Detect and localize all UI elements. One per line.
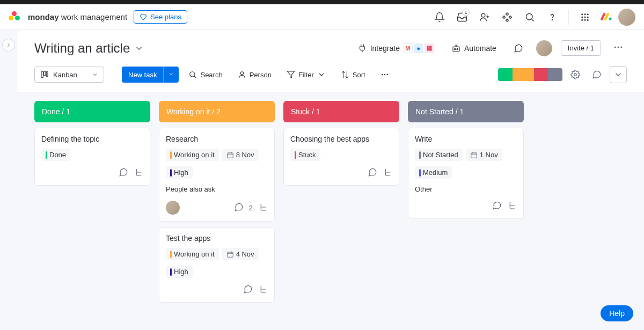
kanban-card[interactable]: WriteNot Started1 NovMediumOther (408, 128, 524, 219)
svg-point-5 (587, 13, 589, 15)
chevron-down-icon (317, 70, 326, 79)
date-chip[interactable]: 8 Nov (222, 149, 259, 161)
settings-icon[interactable] (567, 66, 584, 83)
person-icon (238, 70, 246, 79)
notifications-icon[interactable] (430, 8, 449, 27)
card-chat-icon[interactable] (492, 201, 502, 212)
svg-point-11 (587, 19, 589, 20)
subitems-icon[interactable] (383, 167, 392, 179)
svg-point-2 (552, 19, 552, 20)
board-member-avatar[interactable] (536, 40, 552, 56)
apps-icon[interactable] (497, 8, 517, 27)
board-chat-button[interactable] (509, 40, 528, 56)
svg-point-22 (190, 72, 195, 77)
new-task-button[interactable]: New task (122, 67, 179, 83)
svg-point-14 (455, 48, 456, 49)
help-button[interactable]: Help (601, 305, 633, 321)
board-menu-button[interactable] (610, 39, 627, 57)
chevron-down-icon (92, 71, 98, 78)
card-chat-icon[interactable] (368, 167, 377, 179)
help-icon[interactable] (543, 8, 562, 27)
svg-point-1 (526, 13, 532, 20)
inbox-icon[interactable]: 1 (452, 8, 472, 27)
svg-point-3 (581, 13, 583, 15)
svg-point-8 (587, 16, 589, 18)
diamond-icon (140, 13, 147, 21)
topbar: monday work management See plans 1 (0, 4, 644, 30)
app-switcher-icon[interactable] (575, 8, 595, 27)
more-actions-button[interactable] (375, 67, 394, 82)
sidebar-collapsed (0, 30, 17, 330)
date-chip[interactable]: 1 Nov (466, 149, 502, 161)
automate-button[interactable]: Automate (447, 40, 501, 56)
subitems-icon[interactable] (507, 201, 517, 212)
card-footer (166, 284, 268, 296)
svg-point-16 (614, 47, 616, 48)
status-chip[interactable]: Not Started (415, 149, 463, 161)
priority-chip[interactable]: High (166, 266, 193, 278)
user-avatar[interactable] (618, 9, 635, 26)
collapse-toolbar-button[interactable] (610, 66, 627, 83)
svg-point-0 (481, 13, 485, 17)
svg-point-9 (581, 19, 583, 20)
assignee-avatar[interactable] (166, 201, 180, 215)
date-chip[interactable]: 4 Nov (222, 248, 259, 260)
sort-button[interactable]: Sort (335, 67, 371, 82)
subitems-icon[interactable] (258, 284, 268, 296)
svg-point-24 (382, 74, 383, 75)
status-chip[interactable]: Working on it (166, 248, 219, 260)
kanban-card[interactable]: ResearchWorking on it8 NovHighPeople als… (159, 128, 275, 222)
search-button[interactable]: Search (183, 67, 228, 82)
priority-chip[interactable]: High (166, 166, 193, 179)
priority-chip[interactable]: Medium (415, 166, 452, 179)
kanban-card[interactable]: Test the appsWorking on it4 NovHigh (159, 227, 275, 303)
integration-app-icons: M ● ▦ (403, 43, 434, 53)
person-filter-button[interactable]: Person (232, 67, 277, 82)
comments-icon[interactable] (588, 66, 605, 83)
integrate-button[interactable]: Integrate M ● ▦ (353, 40, 438, 56)
board-title[interactable]: Writing an article (34, 41, 144, 56)
monday-logo-icon (9, 11, 20, 23)
inbox-badge: 1 (462, 9, 470, 16)
invite-members-icon[interactable] (475, 8, 494, 27)
svg-point-15 (457, 48, 458, 49)
new-task-dropdown[interactable] (163, 67, 179, 83)
see-plans-button[interactable]: See plans (134, 10, 187, 24)
card-title: Test the apps (166, 234, 268, 243)
expand-sidebar-button[interactable] (2, 39, 15, 52)
filter-button[interactable]: Filter (281, 67, 331, 82)
lane-header[interactable]: Stuck / 1 (283, 101, 399, 122)
card-title: Write (415, 135, 517, 143)
status-summary-bar[interactable] (498, 68, 562, 81)
card-chat-icon[interactable] (119, 167, 128, 179)
svg-rect-21 (46, 72, 48, 77)
lane-header[interactable]: Not Started / 1 (408, 101, 524, 122)
filter-icon (287, 70, 295, 79)
chevron-down-icon (168, 71, 174, 77)
search-icon (188, 70, 197, 79)
card-title: Research (166, 135, 268, 143)
kanban-card[interactable]: Choosing the best appsStuck (283, 128, 399, 186)
invite-button[interactable]: Invite / 1 (561, 40, 601, 56)
subitems-icon[interactable] (134, 167, 143, 179)
svg-point-23 (240, 72, 243, 75)
status-chip[interactable]: Working on it (166, 149, 219, 161)
status-chip[interactable]: Done (41, 149, 70, 161)
status-chip[interactable]: Stuck (290, 149, 320, 161)
card-chat-icon[interactable] (234, 202, 244, 214)
card-chat-icon[interactable] (243, 284, 253, 296)
robot-icon (451, 43, 461, 53)
svg-point-18 (620, 47, 622, 48)
kanban-card[interactable]: Defining the topicDone (34, 128, 150, 186)
card-footer (415, 201, 517, 212)
lane-done: Done / 1Defining the topicDone (34, 101, 150, 308)
lane-header[interactable]: Done / 1 (34, 101, 150, 122)
lane-header[interactable]: Working on it / 2 (159, 101, 275, 122)
sort-icon (341, 70, 349, 79)
view-selector[interactable]: Kanban (34, 67, 104, 83)
svg-point-7 (584, 16, 586, 18)
subitems-icon[interactable] (258, 202, 268, 214)
search-icon[interactable] (520, 8, 539, 27)
product-logo-icon (598, 9, 615, 26)
kanban-icon (40, 70, 49, 79)
